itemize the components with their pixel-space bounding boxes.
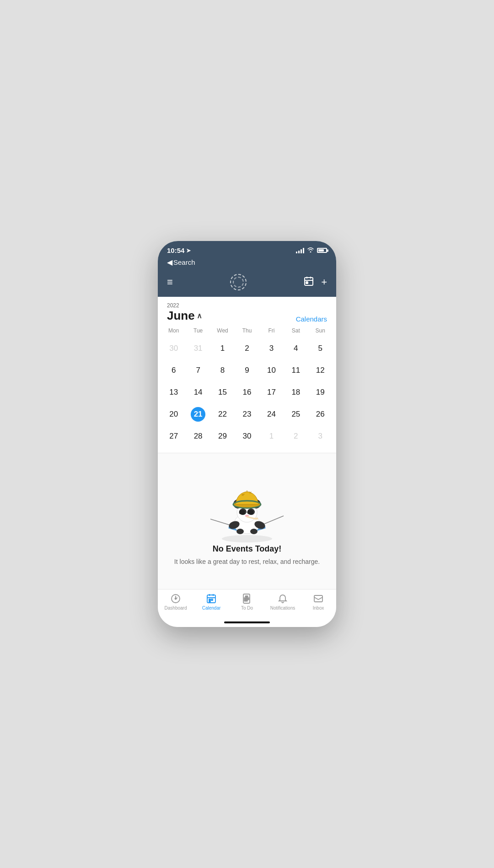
status-icons [296,247,327,254]
calendar-view-icon[interactable] [304,276,314,289]
day-header-tue: Tue [186,326,210,336]
calendar-day[interactable]: 9 [235,359,259,381]
battery-icon [317,248,327,253]
day-header-sat: Sat [284,326,308,336]
svg-rect-16 [239,510,245,514]
svg-point-28 [236,529,244,534]
status-time: 10:54 ➤ [167,246,191,254]
calendar-icon [206,593,217,604]
calendar-day[interactable]: 15 [210,381,235,403]
calendar-day[interactable]: 17 [259,381,284,403]
phone-frame: 10:54 ➤ ◀ Sear [158,241,336,627]
time-display: 10:54 [167,246,184,254]
tab-label-inbox: Inbox [313,605,324,611]
month-chevron-icon: ∧ [197,311,202,320]
calendar-day[interactable]: 16 [235,381,259,403]
month-title[interactable]: June ∧ [167,309,202,323]
svg-rect-38 [209,599,210,600]
svg-rect-43 [244,598,249,599]
calendar-day[interactable]: 22 [210,403,235,425]
day-headers: Mon Tue Wed Thu Fri Sat Sun [158,326,336,336]
add-event-button[interactable]: + [321,276,327,288]
calendar-day[interactable]: 3 [308,425,333,447]
calendars-button[interactable]: Calendars [296,315,327,323]
tab-item-calendar[interactable]: Calendar [193,593,229,611]
calendar-day[interactable]: 23 [235,403,259,425]
menu-icon[interactable]: ≡ [167,276,173,288]
back-label: Search [173,258,195,266]
calendar-section: 2022 June ∧ Calendars Mon Tue Wed Thu Fr… [158,297,336,453]
calendar-day[interactable]: 1 [259,425,284,447]
svg-text:✕: ✕ [241,493,244,497]
tab-label-notifications: Notifications [270,605,295,611]
calendar-day[interactable]: 5 [308,338,333,359]
calendar-day[interactable]: 31 [186,338,210,359]
calendar-day[interactable]: 30 [235,425,259,447]
calendar-day[interactable]: 27 [161,425,186,447]
day-header-mon: Mon [161,326,186,336]
svg-rect-17 [247,510,253,514]
calendar-day[interactable]: 25 [284,403,308,425]
calendar-day[interactable]: 12 [308,359,333,381]
calendar-day[interactable]: 18 [284,381,308,403]
todo-icon [242,593,252,604]
svg-rect-31 [254,518,258,520]
back-arrow-icon: ◀ [167,258,172,267]
home-bar [224,622,270,623]
calendar-day[interactable]: 30 [161,338,186,359]
location-icon: ➤ [186,247,191,254]
tab-item-inbox[interactable]: Inbox [301,593,336,611]
calendar-day[interactable]: 3 [259,338,284,359]
tab-item-dashboard[interactable]: Dashboard [158,593,193,611]
wifi-icon [307,247,314,254]
day-header-wed: Wed [210,326,235,336]
calendar-grid: 3031123456789101112131415161718192021222… [158,338,336,453]
calendar-day[interactable]: 28 [186,425,210,447]
svg-rect-42 [245,596,248,597]
notifications-icon [277,593,288,604]
calendar-day[interactable]: 7 [186,359,210,381]
back-search-button[interactable]: ◀ Search [167,258,195,267]
svg-text:✕: ✕ [249,491,252,495]
year-label: 2022 [167,302,202,309]
svg-rect-4 [306,282,308,284]
calendar-day[interactable]: 26 [308,403,333,425]
empty-subtitle: It looks like a great day to rest, relax… [174,557,320,567]
app-logo [230,274,247,290]
svg-rect-45 [244,600,247,601]
calendar-day[interactable]: 29 [210,425,235,447]
calendar-day[interactable]: 6 [161,359,186,381]
calendar-day[interactable]: 1 [210,338,235,359]
tab-item-todo[interactable]: To Do [229,593,265,611]
panda-illustration: ✕ ✕ [201,476,293,544]
calendar-day[interactable]: 2 [235,338,259,359]
status-bar: 10:54 ➤ [158,241,336,256]
day-header-fri: Fri [259,326,284,336]
svg-rect-44 [244,599,249,600]
calendar-day[interactable]: 4 [284,338,308,359]
calendar-day[interactable]: 11 [284,359,308,381]
calendar-day[interactable]: 14 [186,381,210,403]
calendar-day[interactable]: 10 [259,359,284,381]
calendar-day[interactable]: 20 [161,403,186,425]
tab-item-notifications[interactable]: Notifications [265,593,301,611]
search-bar[interactable]: ◀ Search [158,256,336,270]
svg-point-33 [175,598,177,600]
day-header-sun: Sun [308,326,333,336]
calendar-day[interactable]: 24 [259,403,284,425]
calendar-day[interactable]: 2 [284,425,308,447]
calendar-day[interactable]: 8 [210,359,235,381]
tab-label-dashboard: Dashboard [165,605,187,611]
svg-rect-39 [211,599,213,600]
day-header-thu: Thu [235,326,259,336]
calendar-day[interactable]: 13 [161,381,186,403]
calendar-day[interactable]: 21 [186,403,210,425]
empty-state: ✕ ✕ No Events Today! It looks like a gre… [158,453,336,589]
empty-title: No Events Today! [213,544,282,554]
calendar-header: 2022 June ∧ Calendars [158,297,336,326]
svg-rect-40 [209,601,210,602]
signal-icon [296,248,304,253]
top-nav: ≡ + [158,270,336,297]
calendar-day[interactable]: 19 [308,381,333,403]
svg-rect-46 [314,595,322,602]
